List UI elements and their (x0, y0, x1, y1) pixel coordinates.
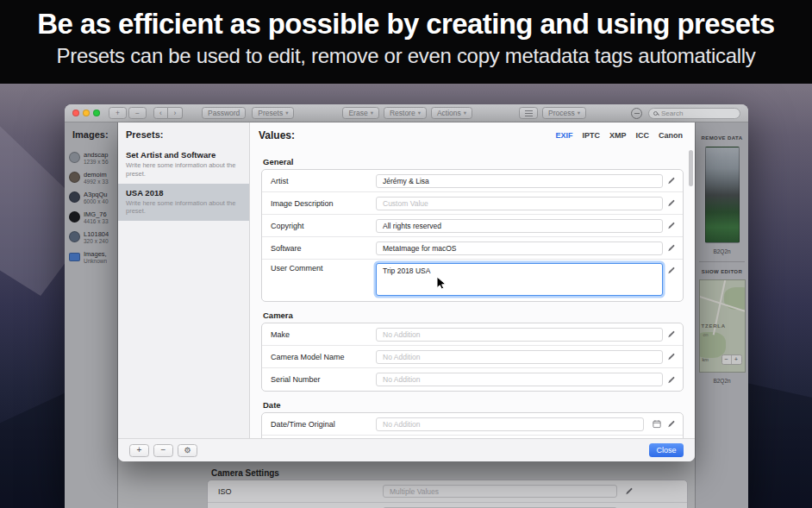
field-row: CopyrightAll rights reserved (262, 215, 683, 237)
image-name: IMG_76 (84, 210, 109, 218)
field-row: Date/Time OriginalNo Addition (262, 413, 683, 436)
image-list-item[interactable]: demoim4992 x 33 (65, 167, 117, 187)
field-label: Artist (262, 177, 289, 185)
calendar-icon[interactable] (651, 418, 662, 430)
section-title: General (263, 157, 682, 166)
back-button[interactable]: ‹ (153, 107, 168, 119)
tab-canon[interactable]: Canon (659, 131, 683, 140)
banner-title: Be as efficient as possible by creating … (0, 8, 812, 41)
edit-pencil-icon[interactable] (665, 220, 677, 231)
values-panel: Values: EXIFIPTCXMPICCCanon GeneralArtis… (250, 122, 695, 438)
remove-data-label: REMOVE DATA (696, 135, 748, 141)
field-serial-number[interactable]: No Addition (376, 373, 663, 386)
edit-pencil-icon[interactable] (665, 265, 677, 276)
field-label: Camera Model Name (262, 353, 345, 361)
edit-pencil-icon[interactable] (665, 329, 677, 340)
password-button[interactable]: Password (202, 107, 246, 119)
actions-dropdown[interactable]: Actions▾ (431, 107, 472, 119)
field-row: MakeNo Addition (262, 323, 683, 346)
actions-label: Actions (437, 109, 461, 117)
images-list: andscap1239 x 56demoim4992 x 33A3pqQu600… (65, 147, 117, 267)
field-date-time-original[interactable]: No Addition (376, 417, 644, 431)
preset-list-item[interactable]: Set Artist and SoftwareWrite here some i… (118, 146, 249, 184)
erase-dropdown[interactable]: Erase▾ (342, 107, 378, 119)
image-name: A3pqQu (84, 191, 109, 198)
image-dimensions: Unknown (84, 258, 107, 264)
photo-thumbnail[interactable] (705, 147, 740, 243)
field-user-comment[interactable]: Trip 2018 USA (376, 263, 663, 296)
image-name: Images, (84, 250, 107, 258)
zoom-out-icon[interactable]: − (722, 355, 732, 364)
restore-label: Restore (390, 109, 415, 117)
inspector-panel: REMOVE DATA B2Q2n SHOW EDITOR TZERLA on … (695, 122, 748, 508)
image-list-item[interactable]: L101804320 x 240 (65, 227, 117, 247)
presets-sheet: Presets: Set Artist and SoftwareWrite he… (118, 122, 695, 461)
iso-label: ISO (208, 487, 232, 496)
edit-pencil-icon[interactable] (665, 175, 677, 186)
field-camera-model-name[interactable]: No Addition (376, 350, 663, 364)
field-row: Camera Model NameNo Addition (262, 346, 683, 368)
forward-icon: › (174, 109, 177, 117)
preset-settings-button[interactable]: ⚙ (178, 444, 197, 457)
tab-icc[interactable]: ICC (636, 131, 650, 140)
gear-icon: ⚙ (184, 447, 191, 455)
presets-sidebar: Presets: Set Artist and SoftwareWrite he… (118, 122, 250, 438)
preset-description: Write here some information about the pr… (126, 161, 241, 179)
show-editor-label: SHOW EDITOR (696, 269, 748, 274)
map-thumbnail[interactable]: TZERLA on km − + (699, 279, 746, 373)
image-thumbnail (69, 211, 80, 223)
tab-xmp[interactable]: XMP (609, 131, 627, 140)
edit-pencil-icon[interactable] (665, 198, 677, 209)
chevron-down-icon: ▾ (371, 110, 373, 116)
field-make[interactable]: No Addition (376, 328, 663, 342)
image-thumbnail (69, 152, 80, 163)
scrollbar-thumb[interactable] (689, 150, 693, 186)
back-icon: ‹ (159, 109, 162, 117)
remove-image-button[interactable]: − (128, 107, 147, 119)
minimize-window-button[interactable] (83, 110, 90, 116)
close-window-button[interactable] (72, 110, 79, 116)
section-title: Date (263, 400, 682, 410)
window-content: Images: andscap1239 x 56demoim4992 x 33A… (65, 122, 748, 508)
forward-button[interactable]: › (168, 107, 183, 119)
restore-dropdown[interactable]: Restore▾ (384, 107, 427, 119)
edit-pencil-icon[interactable] (665, 418, 677, 430)
chevron-down-icon: ▾ (464, 110, 466, 116)
image-list-item[interactable]: Images,Unknown (65, 247, 117, 267)
desktop-wallpaper: + − ‹ › Password Presets▾ Erase▾ Restore… (0, 84, 812, 508)
field-artist[interactable]: Jérémy & Lisa (376, 174, 663, 188)
images-sidebar: Images: andscap1239 x 56demoim4992 x 33A… (65, 122, 118, 508)
presets-dropdown[interactable]: Presets▾ (252, 107, 294, 119)
field-copyright[interactable]: All rights reserved (376, 219, 663, 233)
chevron-down-icon: ▾ (578, 110, 580, 116)
field-image-description[interactable]: Custom Value (376, 197, 663, 210)
list-view-button[interactable] (519, 107, 538, 119)
remove-circle-icon[interactable] (631, 108, 642, 119)
iso-field[interactable]: Multiple Values (383, 485, 617, 498)
field-row: SoftwareMetaImage for macOS (262, 237, 683, 260)
field-software[interactable]: MetaImage for macOS (376, 241, 663, 255)
preset-list-item[interactable]: USA 2018Write here some information abou… (118, 184, 249, 222)
minus-icon: − (161, 446, 166, 455)
close-sheet-button[interactable]: Close (649, 443, 684, 457)
plus-icon: + (137, 446, 142, 455)
add-image-button[interactable]: + (109, 107, 127, 119)
add-preset-button[interactable]: + (129, 444, 149, 457)
image-list-item[interactable]: A3pqQu6000 x 40 (65, 187, 117, 207)
zoom-window-button[interactable] (93, 110, 100, 116)
edit-pencil-icon[interactable] (665, 374, 677, 386)
process-dropdown[interactable]: Process▾ (542, 107, 586, 119)
tab-iptc[interactable]: IPTC (582, 131, 600, 140)
edit-pencil-icon[interactable] (623, 486, 634, 497)
image-name: demoim (84, 171, 109, 179)
image-list-item[interactable]: andscap1239 x 56 (65, 147, 117, 167)
tab-exif[interactable]: EXIF (555, 131, 572, 140)
zoom-in-icon[interactable]: + (732, 355, 741, 364)
remove-preset-button[interactable]: − (153, 444, 173, 457)
edit-pencil-icon[interactable] (665, 242, 677, 254)
values-header: Values: EXIFIPTCXMPICCCanon (250, 122, 695, 141)
history-nav: ‹ › (153, 107, 183, 119)
search-field[interactable]: Search (648, 108, 740, 119)
edit-pencil-icon[interactable] (665, 351, 677, 362)
image-list-item[interactable]: IMG_764416 x 33 (65, 207, 117, 227)
